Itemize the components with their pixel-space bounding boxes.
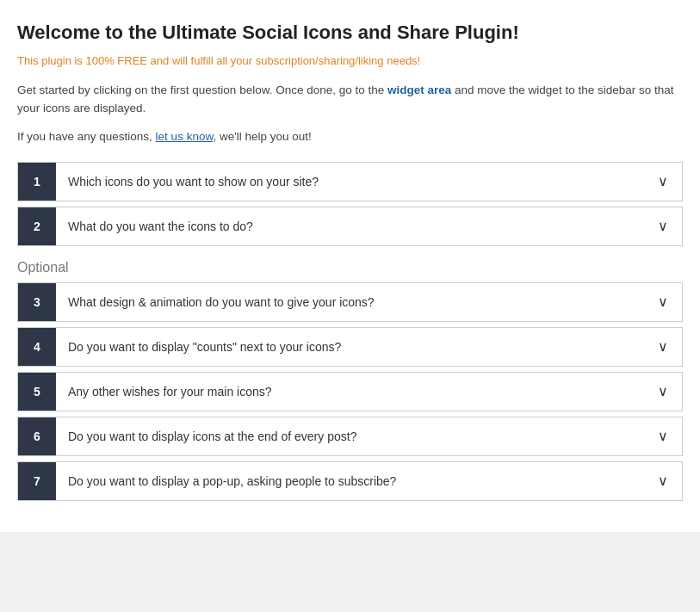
accordion-item-3[interactable]: 3 What design & animation do you want to… [17, 282, 683, 322]
accordion-label-4: Do you want to display "counts" next to … [56, 330, 644, 364]
chevron-icon-7: ∨ [644, 473, 682, 489]
chevron-icon-1: ∨ [644, 173, 682, 189]
accordion-item-6[interactable]: 6 Do you want to display icons at the en… [17, 417, 683, 456]
accordion-number-5: 5 [18, 373, 56, 411]
accordion-label-2: What do you want the icons to do? [56, 209, 644, 244]
accordion-item-5[interactable]: 5 Any other wishes for your main icons? … [17, 372, 683, 411]
contact-text-1: If you have any questions, [17, 130, 156, 143]
accordion-number-2: 2 [18, 207, 56, 245]
accordion-number-3: 3 [18, 283, 56, 321]
main-container: Welcome to the Ultimate Social Icons and… [0, 0, 700, 532]
page-title: Welcome to the Ultimate Social Icons and… [17, 21, 683, 46]
contact-text-2: , we'll help you out! [213, 130, 311, 143]
accordion-item-4[interactable]: 4 Do you want to display "counts" next t… [17, 327, 683, 367]
widget-area-link[interactable]: widget area [387, 83, 451, 96]
accordion-number-1: 1 [18, 163, 56, 201]
accordion-number-4: 4 [18, 328, 56, 366]
chevron-icon-6: ∨ [644, 428, 682, 444]
subtitle: This plugin is 100% FREE and will fulfil… [17, 54, 683, 67]
accordion-item-7[interactable]: 7 Do you want to display a pop-up, askin… [17, 461, 683, 501]
optional-label: Optional [17, 260, 683, 275]
chevron-icon-3: ∨ [644, 294, 682, 310]
intro-text-1: Get started by clicking on the first que… [17, 83, 387, 96]
contact-paragraph: If you have any questions, let us know, … [17, 130, 683, 143]
chevron-icon-5: ∨ [644, 383, 682, 399]
accordion-number-7: 7 [18, 462, 56, 500]
chevron-icon-2: ∨ [644, 218, 682, 234]
contact-link[interactable]: let us know [156, 130, 214, 143]
accordion-item-1[interactable]: 1 Which icons do you want to show on you… [17, 162, 683, 201]
intro-paragraph: Get started by clicking on the first que… [17, 81, 683, 118]
accordion-label-1: Which icons do you want to show on your … [56, 164, 644, 199]
accordion-label-6: Do you want to display icons at the end … [56, 419, 644, 454]
accordion-item-2[interactable]: 2 What do you want the icons to do? ∨ [17, 207, 683, 246]
accordion-label-5: Any other wishes for your main icons? [56, 374, 644, 409]
accordion-label-3: What design & animation do you want to g… [56, 285, 644, 319]
accordion-number-6: 6 [18, 417, 56, 455]
accordion-label-7: Do you want to display a pop-up, asking … [56, 464, 644, 498]
chevron-icon-4: ∨ [644, 338, 682, 355]
